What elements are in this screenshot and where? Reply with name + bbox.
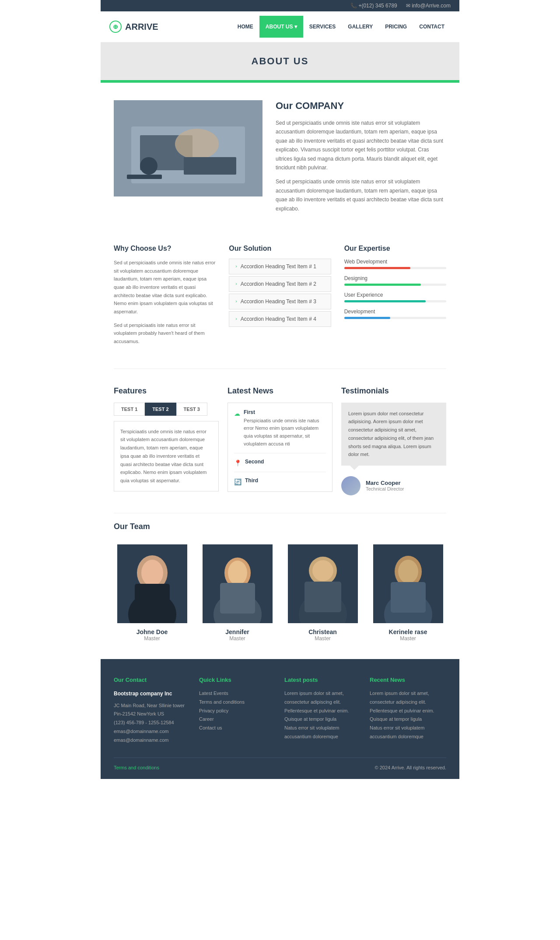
team-photo-2 [203, 544, 273, 623]
skill-bar-webdev [344, 267, 446, 269]
footer-news1: Lorem ipsum dolor sit amet, consectetur … [370, 689, 446, 707]
company-text: Our COMPANY Sed ut perspiciaatis unde om… [276, 100, 446, 218]
member-role-3: Master [284, 635, 361, 642]
tab-test2[interactable]: TEST 2 [145, 403, 176, 416]
tab-test3[interactable]: TEST 3 [176, 403, 207, 416]
accordion-header-3[interactable]: › Accordion Heading Text Item # 3 [229, 294, 330, 309]
logo-icon: ⊕ [109, 21, 122, 33]
accordion-header-4[interactable]: › Accordion Heading Text Item # 4 [229, 312, 330, 326]
member-role-2: Master [199, 635, 276, 642]
team-heading: Our Team [114, 522, 446, 531]
skill-label-dev: Development [344, 309, 446, 315]
nav-home[interactable]: HOME [231, 16, 259, 38]
skill-fill-webdev [344, 267, 411, 269]
skill-fill-design [344, 284, 421, 286]
svg-rect-6 [127, 175, 162, 179]
svg-rect-11 [135, 584, 170, 614]
footer-address: JC Main Road, Near Sllinie tower Pin-215… [114, 701, 190, 719]
bottom-three-section: Features TEST 1 TEST 2 TEST 3 Terspiciaa… [101, 369, 459, 513]
image-placeholder [114, 100, 262, 196]
author-avatar-image [341, 476, 360, 495]
team-member-1: Johne Doe Master [114, 544, 190, 642]
skill-label-webdev: Web Development [344, 259, 446, 265]
footer-link-contact[interactable]: Contact us [199, 724, 276, 733]
footer-copyright: © 2024 Arrive. All rights reserved. [375, 765, 446, 770]
testimonials-col: Testimonials Lorem ipsum dolor met conse… [341, 386, 446, 495]
accordion-item-2[interactable]: › Accordion Heading Text Item # 2 [229, 276, 331, 292]
news-title-3: Third [245, 477, 258, 484]
why-choose-para2: Sed ut perspiciaatis iste natus error si… [114, 321, 216, 346]
page-title-bar: ABOUT US [101, 42, 459, 80]
footer-link-events[interactable]: Latest Events [199, 689, 276, 698]
member-role-4: Master [370, 635, 446, 642]
team-photo-4 [373, 544, 443, 623]
news-content-1: First Perspiciaatis unde omnis iste natu… [244, 409, 326, 448]
footer-email2[interactable]: emas@domainname.com [114, 736, 190, 745]
footer-company-name: Bootstrap company Inc [114, 689, 190, 699]
team-grid: Johne Doe Master Jennifer Master [114, 544, 446, 642]
footer-link-privacy[interactable]: Privacy policy [199, 707, 276, 716]
svg-point-20 [312, 560, 333, 581]
nav-gallery[interactable]: GALLERY [342, 16, 379, 38]
member-name-2: Jennifer [199, 628, 276, 635]
skill-label-design: Designing [344, 275, 446, 281]
testimonial-author: Marc Cooper Technical Director [341, 476, 446, 495]
news-title-1: First [244, 409, 326, 415]
footer-link-career[interactable]: Career [199, 715, 276, 724]
skill-label-ux: User Experience [344, 292, 446, 298]
accordion-item-4[interactable]: › Accordion Heading Text Item # 4 [229, 311, 331, 327]
footer-link-terms[interactable]: Terms and conditions [199, 698, 276, 707]
tab-test1[interactable]: TEST 1 [114, 403, 145, 416]
topbar: 📞 +(012) 345 6789 ✉ info@Arrive.com [101, 0, 459, 11]
latest-news-heading: Latest News [228, 386, 332, 396]
nav-services[interactable]: SERVICES [303, 16, 342, 38]
skill-bar-dev [344, 317, 446, 319]
team-photo-3 [288, 544, 358, 623]
why-choose-heading: Why Choose Us? [114, 245, 216, 253]
skill-bar-design [344, 284, 446, 286]
accordion-item-3[interactable]: › Accordion Heading Text Item # 3 [229, 294, 331, 309]
why-choose-para1: Sed ut perspiciaatis unde omnis iste nat… [114, 259, 216, 316]
svg-rect-16 [220, 583, 255, 614]
member-name-3: Christean [284, 628, 361, 635]
our-expertise-heading: Our Expertise [344, 245, 446, 253]
footer-recentnews-col: Recent News Lorem ipsum dolor sit amet, … [370, 677, 446, 745]
nav-contact[interactable]: CONTACT [413, 16, 451, 38]
main-nav: HOME ABOUT US ▾ SERVICES GALLERY PRICING… [231, 16, 451, 38]
footer-quicklinks-col: Quick Links Latest Events Terms and cond… [199, 677, 276, 745]
footer-news3: Natus error sit voluplatem accusantium d… [370, 724, 446, 741]
company-svg [114, 100, 262, 196]
team-section: Our Team Johne Doe Master [101, 513, 459, 659]
accordion-item-1[interactable]: › Accordion Heading Text Item # 1 [229, 259, 331, 274]
team-member-svg-4 [373, 544, 443, 623]
news-desc-1: Perspiciaatis unde omnis iste natus erro… [244, 417, 326, 448]
three-col-section: Why Choose Us? Sed ut perspiciaatis unde… [101, 236, 459, 368]
chevron-icon-1: › [235, 264, 237, 269]
svg-rect-4 [184, 157, 236, 175]
team-member-2: Jennifer Master [199, 544, 276, 642]
accordion-header-2[interactable]: › Accordion Heading Text Item # 2 [229, 277, 330, 291]
nav-about[interactable]: ABOUT US ▾ [259, 16, 303, 38]
nav-pricing[interactable]: PRICING [379, 16, 413, 38]
footer-email1[interactable]: emas@domainname.com [114, 727, 190, 736]
footer-latestposts-heading: Latest posts [284, 677, 361, 683]
testimonials-heading: Testimonials [341, 386, 446, 396]
news-item-1: ☁ First Perspiciaatis unde omnis iste na… [234, 409, 326, 453]
news-item-3: 🔄 Third [234, 477, 326, 485]
member-role-1: Master [114, 635, 190, 642]
member-name-1: Johne Doe [114, 628, 190, 635]
topbar-email: ✉ info@Arrive.com [406, 3, 451, 9]
skill-design: Designing [344, 275, 446, 286]
author-name: Marc Cooper [366, 480, 404, 486]
accordion-header-1[interactable]: › Accordion Heading Text Item # 1 [229, 259, 330, 274]
footer-news2: Pellentesque et pulvinar enim. Quisque a… [370, 707, 446, 724]
skill-ux: User Experience [344, 292, 446, 302]
footer-terms-link[interactable]: Terms and conditions [114, 765, 159, 770]
our-expertise-col: Our Expertise Web Development Designing … [344, 245, 446, 351]
phone-icon: 📞 [350, 3, 357, 9]
latest-news-col: Latest News ☁ First Perspiciaatis unde o… [228, 386, 332, 495]
testimonial-box: Lorem ipsum dolor met consectetur adipis… [341, 403, 446, 466]
logo[interactable]: ⊕ ARRIVE [109, 21, 231, 33]
chevron-icon-3: › [235, 299, 237, 304]
footer-bottom: Terms and conditions © 2024 Arrive. All … [114, 758, 446, 770]
